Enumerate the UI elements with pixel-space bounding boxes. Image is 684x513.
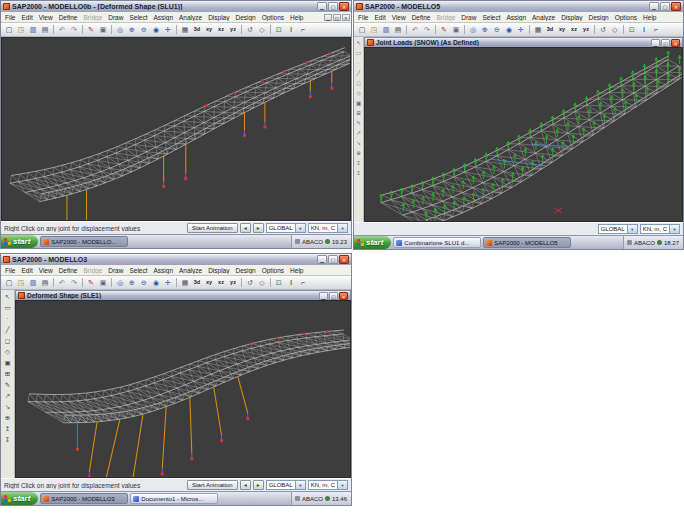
view-3d-icon[interactable]: 3d bbox=[544, 24, 556, 35]
menu-draw[interactable]: Draw bbox=[105, 267, 126, 274]
pencil-icon[interactable]: ✎ bbox=[85, 24, 97, 35]
zoom-in-icon[interactable]: ⊕ bbox=[479, 24, 491, 35]
menu-display[interactable]: Display bbox=[558, 14, 585, 21]
shrink-elements-icon[interactable]: ⊡ bbox=[273, 24, 285, 35]
units-select[interactable]: KN, m, C ▼ bbox=[308, 223, 348, 233]
child-minimize-button[interactable]: ▁ bbox=[651, 39, 660, 47]
volume-icon[interactable] bbox=[657, 240, 662, 245]
menu-assign[interactable]: Assign bbox=[151, 267, 177, 274]
menu-select[interactable]: Select bbox=[126, 14, 150, 21]
save-icon[interactable]: ▥ bbox=[27, 277, 39, 288]
title-bar[interactable]: SAP2000 - MODELLO3 ▁ ▢ ✕ bbox=[1, 254, 351, 265]
menu-draw[interactable]: Draw bbox=[105, 14, 126, 21]
menu-help[interactable]: Help bbox=[287, 267, 306, 274]
view-yz-icon[interactable]: yz bbox=[227, 24, 239, 35]
prev-step-button[interactable]: ◄ bbox=[240, 480, 251, 490]
tray-app-icon[interactable] bbox=[627, 240, 632, 245]
start-button[interactable]: start bbox=[354, 236, 391, 249]
menu-edit[interactable]: Edit bbox=[18, 267, 35, 274]
menu-display[interactable]: Display bbox=[205, 14, 232, 21]
menu-edit[interactable]: Edit bbox=[18, 14, 35, 21]
menu-view[interactable]: View bbox=[36, 14, 56, 21]
perspective-icon[interactable]: ◇ bbox=[256, 277, 268, 288]
menu-view[interactable]: View bbox=[389, 14, 409, 21]
tray-app-icon[interactable] bbox=[295, 496, 300, 501]
close-button[interactable]: ✕ bbox=[339, 2, 349, 11]
draw-joint-icon[interactable]: · bbox=[355, 58, 363, 68]
taskbar-task[interactable]: Documento1 - Micros... bbox=[130, 493, 218, 504]
menu-file[interactable]: File bbox=[2, 14, 18, 21]
line-down-icon[interactable]: ↘ bbox=[355, 138, 363, 148]
line-down-icon[interactable]: ↘ bbox=[2, 401, 13, 412]
next-step-button[interactable]: ► bbox=[253, 480, 264, 490]
save-icon[interactable]: ▥ bbox=[380, 24, 392, 35]
child-close-button[interactable]: ✕ bbox=[339, 292, 348, 300]
pan-icon[interactable]: ✛ bbox=[162, 24, 174, 35]
start-button[interactable]: start bbox=[1, 235, 38, 248]
view-xz-icon[interactable]: xz bbox=[215, 24, 227, 35]
move-down-icon[interactable]: ↧ bbox=[355, 168, 363, 178]
pan-icon[interactable]: ✛ bbox=[515, 24, 527, 35]
coord-system-select[interactable]: GLOBAL ▼ bbox=[266, 480, 306, 490]
zoom-rubber-band-icon[interactable]: ◎ bbox=[114, 24, 126, 35]
start-animation-button[interactable]: Start Animation bbox=[187, 480, 238, 490]
view-yz-icon[interactable]: yz bbox=[580, 24, 592, 35]
frame-section-icon[interactable]: Ⅰ bbox=[285, 277, 297, 288]
start-button[interactable]: start bbox=[1, 492, 38, 505]
open-file-icon[interactable]: ◳ bbox=[368, 24, 380, 35]
move-down-icon[interactable]: ↧ bbox=[2, 434, 13, 445]
close-button[interactable]: ✕ bbox=[671, 2, 681, 11]
print-icon[interactable]: ▤ bbox=[39, 24, 51, 35]
title-bar[interactable]: SAP2000 - MODELLO0b - [Deformed Shape (S… bbox=[1, 1, 351, 12]
reshape-icon[interactable]: ▭ bbox=[2, 302, 13, 313]
zoom-out-icon[interactable]: ⊖ bbox=[138, 24, 150, 35]
shrink-elements-icon[interactable]: ⊡ bbox=[273, 277, 285, 288]
quick-frame-icon[interactable]: ◻ bbox=[2, 335, 13, 346]
frame-section-icon[interactable]: Ⅰ bbox=[638, 24, 650, 35]
taskbar-task[interactable]: SAP2000 - MODELLO... bbox=[40, 236, 128, 247]
maximize-button[interactable]: ▢ bbox=[328, 255, 338, 264]
new-model-icon[interactable]: ▢ bbox=[3, 24, 15, 35]
minimize-button[interactable]: ▁ bbox=[317, 255, 327, 264]
mdi-minimize-button[interactable]: ▁ bbox=[324, 14, 332, 21]
menu-select[interactable]: Select bbox=[479, 14, 503, 21]
edit-icon[interactable]: ✎ bbox=[355, 118, 363, 128]
menu-define[interactable]: Define bbox=[409, 14, 434, 21]
draw-joint-icon[interactable]: · bbox=[2, 313, 13, 324]
taskbar-task[interactable]: SAP2000 - MODELLO3 bbox=[40, 493, 128, 504]
title-bar[interactable]: SAP2000 - MODELLO5 ▁ ▢ ✕ bbox=[354, 1, 683, 12]
coord-system-select[interactable]: GLOBAL ▼ bbox=[598, 224, 638, 234]
units-select[interactable]: KN, m, C ▼ bbox=[640, 224, 680, 234]
snap-grid-icon[interactable]: ⊞ bbox=[2, 368, 13, 379]
draw-frame-icon[interactable]: ⌐ bbox=[297, 24, 309, 35]
menu-options[interactable]: Options bbox=[259, 267, 287, 274]
zoom-full-icon[interactable]: ◉ bbox=[503, 24, 515, 35]
menu-define[interactable]: Define bbox=[56, 267, 81, 274]
redo-icon[interactable]: ↷ bbox=[421, 24, 433, 35]
line-up-icon[interactable]: ↗ bbox=[2, 390, 13, 401]
menu-view[interactable]: View bbox=[36, 267, 56, 274]
mdi-restore-button[interactable]: ◱ bbox=[333, 14, 341, 21]
menu-draw[interactable]: Draw bbox=[458, 14, 479, 21]
next-step-button[interactable]: ► bbox=[253, 223, 264, 233]
camera-icon[interactable]: ▦ bbox=[532, 24, 544, 35]
camera-icon[interactable]: ▦ bbox=[179, 24, 191, 35]
draw-frame-icon[interactable]: ╱ bbox=[2, 324, 13, 335]
view-3d-icon[interactable]: 3d bbox=[191, 277, 203, 288]
quick-frame-icon[interactable]: ◻ bbox=[355, 78, 363, 88]
menu-define[interactable]: Define bbox=[56, 14, 81, 21]
view-xy-icon[interactable]: xy bbox=[203, 277, 215, 288]
menu-design[interactable]: Design bbox=[232, 267, 258, 274]
volume-icon[interactable] bbox=[325, 239, 330, 244]
pencil-icon[interactable]: ✎ bbox=[85, 277, 97, 288]
draw-area-icon[interactable]: ▣ bbox=[2, 357, 13, 368]
taskbar-task[interactable]: Combinazione SLU1 d... bbox=[393, 237, 481, 248]
zoom-in-icon[interactable]: ⊕ bbox=[126, 277, 138, 288]
menu-assign[interactable]: Assign bbox=[151, 14, 177, 21]
view-xz-icon[interactable]: xz bbox=[568, 24, 580, 35]
add-grid-icon[interactable]: ⊕ bbox=[355, 148, 363, 158]
view-yz-icon[interactable]: yz bbox=[227, 277, 239, 288]
zoom-rubber-band-icon[interactable]: ◎ bbox=[467, 24, 479, 35]
model-viewport-deformed-shape-sle1[interactable] bbox=[15, 300, 351, 478]
maximize-button[interactable]: ▢ bbox=[328, 2, 338, 11]
